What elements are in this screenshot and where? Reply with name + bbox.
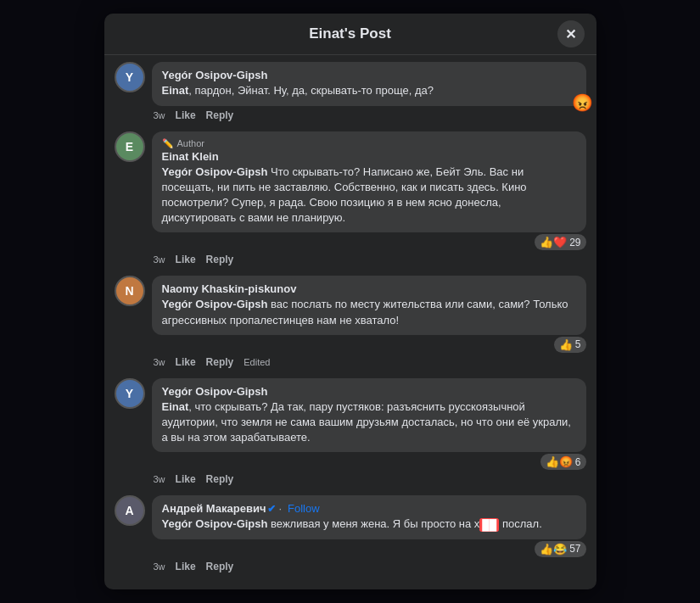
author-label: Author xyxy=(177,138,204,148)
comment-text: Yegór Osipov-Gipsh Что скрывать-то? Напи… xyxy=(162,165,576,226)
comment-author-name[interactable]: Yegór Osipov-Gipsh xyxy=(162,385,268,398)
modal-title: Einat's Post xyxy=(309,25,391,42)
verified-badge: ✔ xyxy=(267,503,276,515)
avatar: N xyxy=(115,276,145,306)
comment-text: Yegór Osipov-Gipsh вежливая у меня жена.… xyxy=(162,516,576,532)
reaction-emoji: 👍😂 xyxy=(540,543,567,556)
comment-content: Naomy Khaskin-piskunovYegór Osipov-Gipsh… xyxy=(152,276,586,367)
comment-content: Yegór Osipov-GipshEinat, пардон, Эйнат. … xyxy=(152,62,586,120)
separator-dot: · xyxy=(278,502,282,515)
reply-button[interactable]: Reply xyxy=(206,561,234,572)
comment-block: E✏️AuthorEinat KleinYegór Osipov-Gipsh Ч… xyxy=(115,131,586,266)
author-tag: ✏️Author xyxy=(162,138,576,149)
reaction-row: 👍5 xyxy=(152,337,586,353)
follow-button[interactable]: Follow xyxy=(288,502,320,515)
comment-block: ААндрей Макаревич✔·FollowYegór Osipov-Gi… xyxy=(115,495,586,572)
reaction-count: 29 xyxy=(569,237,580,248)
comment-bubble: Андрей Макаревич✔·FollowYegór Osipov-Gip… xyxy=(152,495,586,539)
like-button[interactable]: Like xyxy=(176,473,196,485)
like-button[interactable]: Like xyxy=(176,356,196,368)
reaction-emoji: 👍❤️ xyxy=(540,236,567,248)
reaction-bubble[interactable]: 👍5 xyxy=(554,337,586,353)
comment-time: 3w xyxy=(154,357,165,367)
close-button[interactable]: ✕ xyxy=(557,20,585,47)
comment-time: 3w xyxy=(154,110,165,120)
comment-actions: 3wLikeReply xyxy=(152,109,586,121)
comment-content: Yegór Osipov-GipshEinat, что скрывать? Д… xyxy=(152,378,586,486)
comment-actions: 3wLikeReply xyxy=(152,561,586,572)
modal-header: Einat's Post ✕ xyxy=(104,14,596,55)
comment-author-name[interactable]: Yegór Osipov-Gipsh xyxy=(162,69,268,81)
comment-block: NNaomy Khaskin-piskunovYegór Osipov-Gips… xyxy=(115,276,586,367)
reaction-bubble[interactable]: 👍😂57 xyxy=(535,541,585,557)
like-button[interactable]: Like xyxy=(176,561,196,572)
like-button[interactable]: Like xyxy=(176,109,196,121)
comment-block: YYegór Osipov-GipshEinat, что скрывать? … xyxy=(115,378,586,486)
comment-bubble: ✏️AuthorEinat KleinYegór Osipov-Gipsh Чт… xyxy=(152,131,586,233)
comment-author-name[interactable]: Naomy Khaskin-piskunov xyxy=(162,282,297,295)
comment-author-name[interactable]: Einat Klein xyxy=(162,150,219,163)
avatar: А xyxy=(115,495,145,526)
comment-bubble: Yegór Osipov-GipshEinat, пардон, Эйнат. … xyxy=(152,62,586,105)
comment-time: 3w xyxy=(154,561,165,572)
reaction-count: 6 xyxy=(575,456,581,468)
modal-body[interactable]: YYegór Osipov-GipshEinat, пардон, Эйнат.… xyxy=(104,55,596,589)
comment-time: 3w xyxy=(154,254,165,265)
reaction-row: 👍❤️29 xyxy=(152,234,586,250)
comment-text: Yegór Osipov-Gipsh вас послать по месту … xyxy=(162,297,576,327)
comment-text: Einat, пардон, Эйнат. Ну, да, скрывать-т… xyxy=(162,83,576,98)
comment-bubble: Yegór Osipov-GipshEinat, что скрывать? Д… xyxy=(152,378,586,453)
pencil-icon: ✏️ xyxy=(162,138,174,149)
modal-overlay: Einat's Post ✕ YYegór Osipov-GipshEinat,… xyxy=(0,0,700,603)
reply-button[interactable]: Reply xyxy=(206,473,234,485)
comment-content: ✏️AuthorEinat KleinYegór Osipov-Gipsh Чт… xyxy=(152,131,586,266)
reaction-bubble[interactable]: 👍❤️29 xyxy=(535,234,585,250)
comment-text: Einat, что скрывать? Да так, пару пустяк… xyxy=(162,399,576,446)
edited-label: Edited xyxy=(244,357,270,367)
reaction-emoji: 👍😡 xyxy=(546,455,573,468)
comment-block: YYegór Osipov-GipshEinat, пардон, Эйнат.… xyxy=(115,62,586,120)
avatar: Y xyxy=(115,378,145,409)
comment-actions: 3wLikeReply xyxy=(152,473,586,485)
comment-actions: 3wLikeReply xyxy=(152,254,586,265)
reaction-row: 👍😂57 xyxy=(152,541,586,557)
avatar: E xyxy=(115,131,145,162)
reaction-bubble[interactable]: 👍😡6 xyxy=(540,454,586,470)
reply-button[interactable]: Reply xyxy=(206,356,234,368)
reply-button[interactable]: Reply xyxy=(206,109,234,121)
comment-content: Андрей Макаревич✔·FollowYegór Osipov-Gip… xyxy=(152,495,586,572)
reaction-emoji: 👍 xyxy=(559,338,573,351)
reaction-row: 👍😡6 xyxy=(152,454,586,470)
avatar: Y xyxy=(115,62,145,92)
comment-actions: 3wLikeReplyEdited xyxy=(152,356,586,368)
comment-author-name[interactable]: Андрей Макаревич✔ xyxy=(162,502,277,515)
modal: Einat's Post ✕ YYegór Osipov-GipshEinat,… xyxy=(104,14,596,589)
like-button[interactable]: Like xyxy=(176,254,196,265)
anger-sticker: 😡 xyxy=(572,92,593,113)
reaction-count: 57 xyxy=(569,543,580,555)
comment-bubble: Naomy Khaskin-piskunovYegór Osipov-Gipsh… xyxy=(152,276,586,334)
reply-button[interactable]: Reply xyxy=(206,254,234,265)
comment-time: 3w xyxy=(154,474,165,484)
reaction-count: 5 xyxy=(575,338,581,350)
